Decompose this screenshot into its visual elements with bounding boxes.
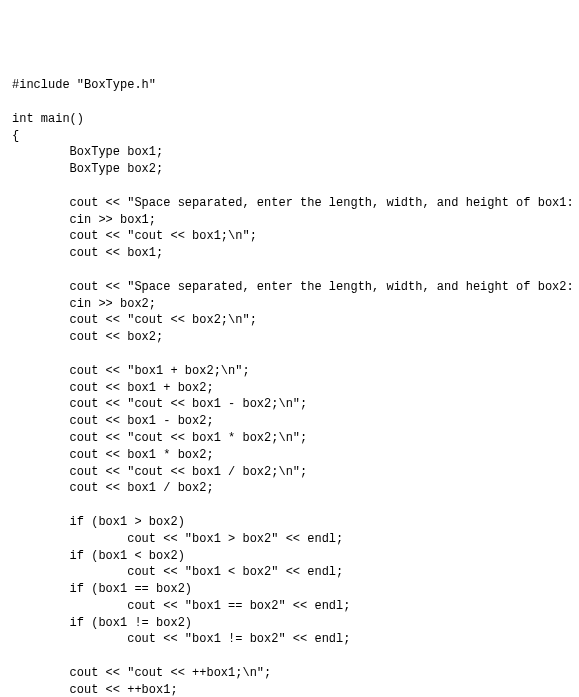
code-line: cout << box1 / box2; [12,480,567,497]
code-line: cout << box2; [12,329,567,346]
code-line: cout << "Space separated, enter the leng… [12,195,567,212]
code-line: cout << box1 + box2; [12,380,567,397]
code-line [12,178,567,195]
code-line: cout << box1; [12,245,567,262]
code-line: int main() [12,111,567,128]
code-line: #include "BoxType.h" [12,77,567,94]
code-line: cin >> box1; [12,212,567,229]
code-line: if (box1 == box2) [12,581,567,598]
code-line: cout << "cout << box1;\n"; [12,228,567,245]
code-line [12,497,567,514]
code-line: cout << box1 - box2; [12,413,567,430]
code-line: cout << "cout << box1 * box2;\n"; [12,430,567,447]
code-line: if (box1 != box2) [12,615,567,632]
code-line: BoxType box1; [12,144,567,161]
code-line: cout << "cout << box1 - box2;\n"; [12,396,567,413]
code-line: cout << "cout << box2;\n"; [12,312,567,329]
code-line: BoxType box2; [12,161,567,178]
code-line: { [12,128,567,145]
code-line: if (box1 > box2) [12,514,567,531]
code-line: if (box1 < box2) [12,548,567,565]
code-line: cout << "box1 == box2" << endl; [12,598,567,615]
code-line: cin >> box2; [12,296,567,313]
code-line: cout << ++box1; [12,682,567,697]
code-line: cout << "box1 + box2;\n"; [12,363,567,380]
code-line: cout << "cout << box1 / box2;\n"; [12,464,567,481]
code-line: cout << "Space separated, enter the leng… [12,279,567,296]
code-line [12,262,567,279]
code-line [12,94,567,111]
code-line: cout << "box1 != box2" << endl; [12,631,567,648]
code-line: cout << box1 * box2; [12,447,567,464]
code-line [12,346,567,363]
code-line: cout << "box1 > box2" << endl; [12,531,567,548]
code-line [12,648,567,665]
code-block: #include "BoxType.h" int main(){ BoxType… [12,77,567,697]
code-line: cout << "box1 < box2" << endl; [12,564,567,581]
code-line: cout << "cout << ++box1;\n"; [12,665,567,682]
